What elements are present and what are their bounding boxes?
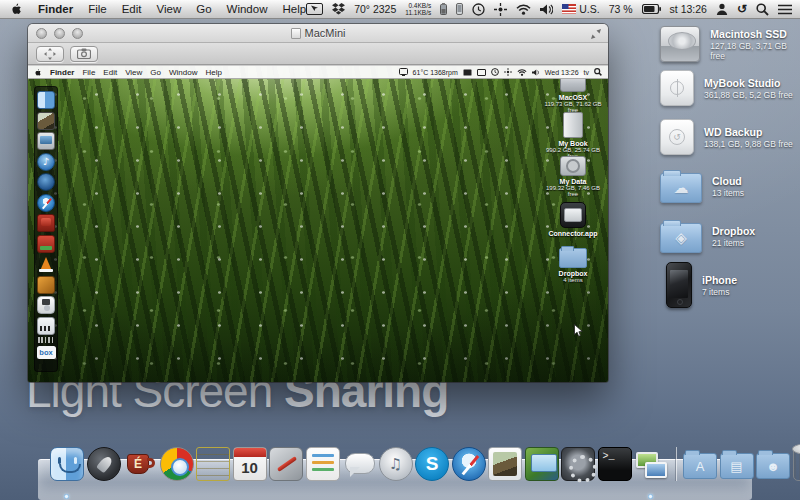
status-temp-fan[interactable]: 70° 2325 (354, 3, 396, 15)
remote-spotlight-icon[interactable] (594, 68, 602, 76)
accessibility-icon[interactable] (494, 3, 507, 16)
remote-mybook-icon (563, 112, 583, 138)
remote-icon-my-book[interactable]: My Book 990.2 GB, 25.74 GB free (540, 112, 606, 159)
desktop-icon-cloud[interactable]: ☁ Cloud 13 items (660, 169, 800, 203)
dock-calendar-icon[interactable]: 10 (233, 447, 267, 481)
battery-percent[interactable]: 73 % (609, 3, 633, 15)
dock-utility-app-icon[interactable] (269, 447, 303, 481)
desktop-icon-mybook-studio[interactable]: MyBook Studio 361,88 GB, 5,2 GB free (660, 70, 800, 106)
timemachine-clock-icon[interactable] (472, 3, 485, 16)
dock-coffee-app-icon[interactable]: É (123, 447, 157, 481)
dock-trash-icon[interactable] (793, 449, 800, 481)
remote-icon-my-data[interactable]: My Data 199.32 GB, 7.46 GB free (540, 156, 606, 197)
remote-menu-window[interactable]: Window (169, 68, 197, 77)
dock-indicator-finder (64, 494, 69, 499)
dock-stickies-icon[interactable] (196, 447, 230, 481)
battery-icon[interactable] (642, 4, 661, 14)
remote-dock-activity-monitor-icon[interactable] (37, 317, 55, 335)
remote-dock-utility-icon[interactable] (37, 276, 55, 294)
remote-dock-finder-icon[interactable] (37, 91, 55, 109)
menu-item-help[interactable]: Help (282, 3, 306, 15)
remote-dock-safari-icon[interactable] (37, 194, 55, 212)
remote-dock-frontrow-icon[interactable] (37, 214, 55, 232)
remote-menu-go[interactable]: Go (150, 68, 161, 77)
dock-documents-folder-icon[interactable]: ▤ (720, 453, 754, 479)
remote-menu-file[interactable]: File (82, 68, 95, 77)
input-layout-label: U.S. (579, 3, 599, 15)
remote-dock-transmit-icon[interactable] (37, 235, 55, 253)
remote-menu-edit[interactable]: Edit (103, 68, 117, 77)
remote-desktop[interactable]: Finder File Edit View Go Window Help 61°… (28, 66, 608, 382)
menubar-clock[interactable]: st 13:26 (670, 3, 707, 15)
menu-item-edit[interactable]: Edit (122, 3, 142, 15)
remote-icon-dropbox[interactable]: Dropbox 4 items (540, 248, 606, 283)
remote-dock-itunes-icon[interactable]: ♪ (37, 153, 55, 171)
user-icon[interactable] (716, 3, 728, 15)
dock-chrome-icon[interactable] (160, 447, 194, 481)
screen-sharing-menu-icon[interactable] (306, 3, 323, 15)
input-flag-icon[interactable]: U.S. (562, 3, 599, 15)
remote-status-fan[interactable]: 61°C 1368rpm (413, 69, 458, 76)
device-phone-icon[interactable] (456, 3, 463, 15)
dock-applications-folder-icon[interactable]: A (683, 453, 717, 479)
remote-icon-connector-app[interactable]: Connector.app (540, 202, 606, 237)
spotlight-icon[interactable] (756, 3, 769, 16)
remote-clock-text[interactable]: Wed 13:26 (545, 69, 579, 76)
remote-menu-help[interactable]: Help (205, 68, 221, 77)
desktop-icon-iphone[interactable]: iPhone 7 items (660, 262, 800, 308)
status-network-speed[interactable]: 0.4KB/s 11.1KB/s (405, 2, 431, 16)
remote-dock-browser-icon[interactable] (37, 173, 55, 191)
dock-launchpad-icon[interactable] (87, 447, 121, 481)
dock-system-preferences-icon[interactable] (561, 447, 595, 481)
remote-user-short[interactable]: tv (584, 69, 589, 76)
desktop-icon-macintosh-ssd[interactable]: Macintosh SSD 127,18 GB, 3,71 GB free (660, 26, 800, 62)
remote-volume-icon[interactable] (532, 69, 540, 76)
remote-menu-view[interactable]: View (125, 68, 142, 77)
remote-menu-finder[interactable]: Finder (50, 68, 74, 77)
dock-users-folder-icon[interactable]: ☻ (756, 453, 790, 479)
dropbox-menu-icon[interactable] (332, 3, 345, 15)
remote-dock-vlc-icon[interactable] (37, 255, 55, 273)
desktop-icon-dropbox[interactable]: ◈ Dropbox 21 items (660, 219, 800, 253)
dock-preview-icon[interactable] (488, 447, 522, 481)
screenshot-button[interactable] (70, 46, 98, 62)
notification-center-icon[interactable] (778, 4, 792, 15)
remote-wifi-icon[interactable] (517, 69, 527, 76)
dock-terminal-icon[interactable]: >_ (598, 447, 632, 481)
fullscreen-arrows-icon[interactable] (591, 29, 601, 39)
dock-messages-icon[interactable] (342, 447, 376, 481)
wifi-icon[interactable] (516, 4, 531, 15)
fit-screen-button[interactable] (36, 46, 64, 62)
remote-display-icon[interactable] (399, 68, 408, 76)
timemachine-menu-icon[interactable]: ↺ (737, 2, 747, 16)
dock-reminders-icon[interactable] (306, 447, 340, 481)
remote-dock-preview-icon[interactable] (37, 112, 55, 130)
dock-skype-icon[interactable]: S (415, 447, 449, 481)
menu-item-file[interactable]: File (88, 3, 107, 15)
remote-apple-menu-icon[interactable] (34, 68, 42, 77)
remote-displays-icon[interactable] (463, 69, 472, 76)
menu-item-view[interactable]: View (157, 3, 182, 15)
dock-green-app-icon[interactable] (525, 447, 559, 481)
volume-icon[interactable] (540, 4, 553, 15)
menu-item-go[interactable]: Go (196, 3, 211, 15)
remote-clock-icon[interactable] (491, 68, 499, 76)
remote-dock-screen-sharing-icon[interactable] (37, 132, 55, 150)
dock-screen-sharing-icon[interactable] (634, 447, 668, 481)
desktop-icon-wd-backup[interactable]: ↺ WD Backup 138,1 GB, 9,88 GB free (660, 119, 800, 155)
dock-finder-icon[interactable] (50, 447, 84, 481)
remote-access-icon[interactable] (504, 68, 512, 76)
remote-menubar: Finder File Edit View Go Window Help 61°… (28, 66, 608, 79)
remote-monitor-icon[interactable] (477, 69, 486, 76)
device-battery-icon[interactable] (440, 3, 447, 15)
menu-item-finder[interactable]: Finder (38, 3, 73, 15)
window-titlebar[interactable]: MacMini (28, 24, 608, 43)
remote-dock-ipod-icon[interactable] (37, 296, 55, 314)
remote-cursor-icon (574, 324, 583, 337)
wallpaper-vignette (28, 66, 608, 382)
dock-itunes-icon[interactable]: ♫ (379, 447, 413, 481)
apple-menu-icon[interactable] (10, 2, 23, 16)
remote-dock-box-icon[interactable]: box (37, 346, 56, 359)
dock-safari-icon[interactable] (452, 447, 486, 481)
menu-item-window[interactable]: Window (227, 3, 268, 15)
